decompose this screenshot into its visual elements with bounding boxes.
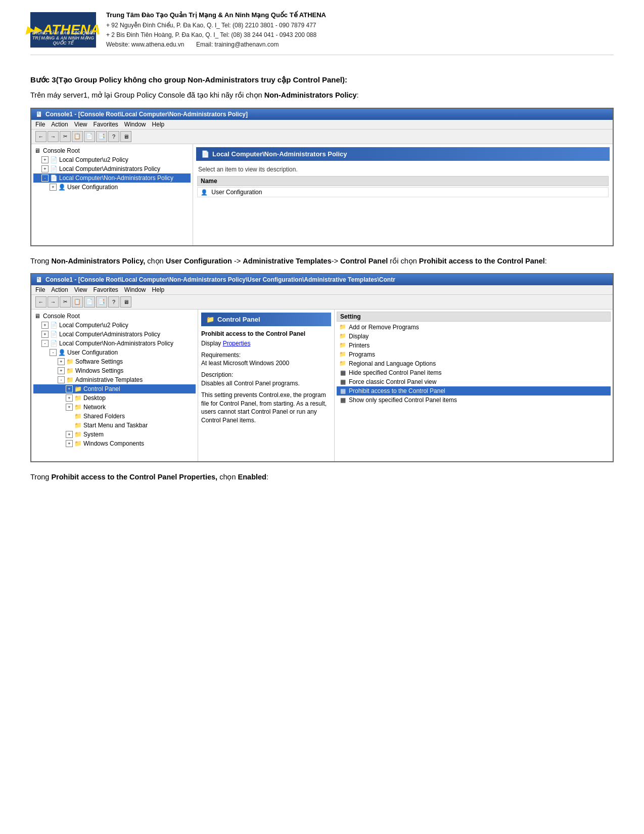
list-item-display[interactable]: 📁 Display [337,332,611,341]
menu2-help[interactable]: Help [152,286,165,293]
toolbar2-extra[interactable]: 🖥 [120,296,131,308]
tree-expander-admin[interactable]: + [41,165,49,172]
list-item-classic[interactable]: ▦ Force classic Control Panel view [337,377,611,386]
tree2-root[interactable]: 🖥 Console Root [33,312,196,321]
tree2-u2[interactable]: + 📄 Local Computer\u2 Policy [33,321,196,330]
tree2-admtemplates[interactable]: - 📁 Administrative Templates [33,375,196,384]
tree2-sharedfolders[interactable]: 📁 Shared Folders [33,412,196,421]
list-item-printers[interactable]: 📁 Printers [337,341,611,350]
properties-link[interactable]: Properties [223,340,251,347]
toolbar-copy[interactable]: 📋 [72,131,83,142]
list-item-regional[interactable]: 📁 Regional and Language Options [337,359,611,368]
list-icon-addremove: 📁 [339,323,347,331]
list-label-programs: Programs [349,351,375,358]
toolbar2-undo[interactable]: 📑 [96,296,107,308]
toolbar2-help[interactable]: ? [108,296,119,308]
tree2-startmenu[interactable]: 📁 Start Menu and Taskbar [33,421,196,430]
tree2-wincomponents[interactable]: + 📁 Windows Components [33,439,196,448]
console2-menubar[interactable]: File Action View Favorites Window Help [31,285,613,295]
list-item-addremove[interactable]: 📁 Add or Remove Programs [337,323,611,332]
list-label-addremove: Add or Remove Programs [349,324,419,331]
tree2-controlpanel[interactable]: + 📁 Control Panel [33,384,196,393]
tree-label-u2: Local Computer\u2 Policy [59,156,128,163]
menu-window[interactable]: Window [124,121,146,128]
toolbar2-copy[interactable]: 📋 [72,296,83,308]
tree2-label-nonadmin: Local Computer\Non-Administrators Policy [59,340,173,347]
tree-item-u2[interactable]: + 📄 Local Computer\u2 Policy [33,155,191,164]
list-item-prohibit[interactable]: ▦ Prohibit access to the Control Panel [337,386,611,396]
console2-body: 🖥 Console Root + 📄 Local Computer\u2 Pol… [31,310,613,461]
toolbar-extra[interactable]: 🖥 [120,131,131,142]
tree2-desktop[interactable]: + 📁 Desktop [33,393,196,403]
toolbar-help[interactable]: ? [108,131,119,142]
console1-toolbar: ← → ✂ 📋 📄 📑 ? 🖥 [31,129,613,144]
console1-right-table: Name 👤 User Configuration [196,175,610,198]
tree2-nonadmin[interactable]: - 📄 Local Computer\Non-Administrators Po… [33,339,196,348]
tree2-expander-software[interactable]: + [58,358,65,365]
menu-action[interactable]: Action [51,121,68,128]
tree2-admin[interactable]: + 📄 Local Computer\Administrators Policy [33,330,196,339]
tree2-label-startmenu: Start Menu and Taskbar [83,422,148,429]
toolbar-undo[interactable]: 📑 [96,131,107,142]
tree2-expander-nonadmin[interactable]: - [41,340,49,347]
tree-icon-admin: 📄 [50,165,58,173]
toolbar2-forward[interactable]: → [48,296,59,308]
menu2-action[interactable]: Action [51,286,68,293]
tree2-expander-wincomponents[interactable]: + [66,440,73,447]
toolbar2-back[interactable]: ← [35,296,47,308]
tree-item-admin[interactable]: + 📄 Local Computer\Administrators Policy [33,164,191,173]
tree-item-nonadmin[interactable]: - 📄 Local Computer\Non-Administrators Po… [33,173,191,183]
intro-text: Trên máy server1, mở lại Group Policy Co… [30,91,264,99]
tree2-expander-desktop[interactable]: + [66,394,73,402]
tree2-label-admtemplates: Administrative Templates [75,376,143,383]
tree2-network[interactable]: + 📁 Network [33,403,196,412]
tree2-expander-system[interactable]: + [66,431,73,438]
toolbar-forward[interactable]: → [48,131,59,142]
menu-help[interactable]: Help [152,121,165,128]
tree2-expander-admtemplates[interactable]: - [58,376,65,383]
toolbar2-paste[interactable]: 📄 [84,296,95,308]
tree-expander-nonadmin[interactable]: - [41,174,49,182]
description-section: Description: Disables all Control Panel … [201,371,331,388]
list-label-regional: Regional and Language Options [349,360,436,367]
display-link[interactable]: Display Properties [201,339,331,348]
tree2-expander-admin[interactable]: + [41,331,49,338]
tree2-expander-network[interactable]: + [66,404,73,411]
list-item-hide[interactable]: ▦ Hide specified Control Panel items [337,368,611,377]
tree-expander-userconfig[interactable]: + [50,184,57,191]
menu2-view[interactable]: View [74,286,87,293]
tree2-userconfig[interactable]: - 👤 User Configuration [33,348,196,357]
tree2-expander-userconfig[interactable]: - [50,349,57,356]
list-item-programs[interactable]: 📁 Programs [337,350,611,359]
menu-view[interactable]: View [74,121,87,128]
tree2-winsettings[interactable]: + 📁 Windows Settings [33,366,196,375]
menu2-window[interactable]: Window [124,286,146,293]
toolbar-up[interactable]: ✂ [60,131,71,142]
para3-mid: chọn [217,473,238,481]
tree2-software[interactable]: + 📁 Software Settings [33,357,196,366]
tree-item-userconfig[interactable]: + 👤 User Configuration [33,183,191,192]
menu-file[interactable]: File [35,121,45,128]
tree-expander-u2[interactable]: + [41,156,49,163]
tree2-expander-u2[interactable]: + [41,322,49,329]
console1-menubar[interactable]: File Action View Favorites Window Help [31,120,613,129]
table-row-userconfig[interactable]: 👤 User Configuration [197,187,609,197]
para2-bold3: Administrative Templates [243,257,331,265]
tree2-expander-controlpanel[interactable]: + [66,385,73,392]
console2-desc-panel: 📁 Control Panel Prohibit access to the C… [198,310,335,461]
menu2-favorites[interactable]: Favorites [94,286,118,293]
menu2-file[interactable]: File [35,286,45,293]
userconfig-icon: 👤 [201,189,208,195]
menu-favorites[interactable]: Favorites [94,121,118,128]
toolbar-paste[interactable]: 📄 [84,131,95,142]
toolbar-back[interactable]: ← [35,131,47,142]
toolbar2-cut[interactable]: ✂ [60,296,71,308]
tree2-expander-winsettings[interactable]: + [58,367,65,374]
list-item-showonly[interactable]: ▦ Show only specified Control Panel item… [337,396,611,405]
tree2-label-network: Network [83,404,106,411]
console2-toolbar: ← → ✂ 📋 📄 📑 ? 🖥 [31,295,613,310]
tree2-system[interactable]: + 📁 System [33,430,196,439]
para3-end: : [266,473,268,481]
tree-root[interactable]: 🖥 Console Root [33,146,191,155]
para2-bold2: User Configuration [166,257,232,265]
